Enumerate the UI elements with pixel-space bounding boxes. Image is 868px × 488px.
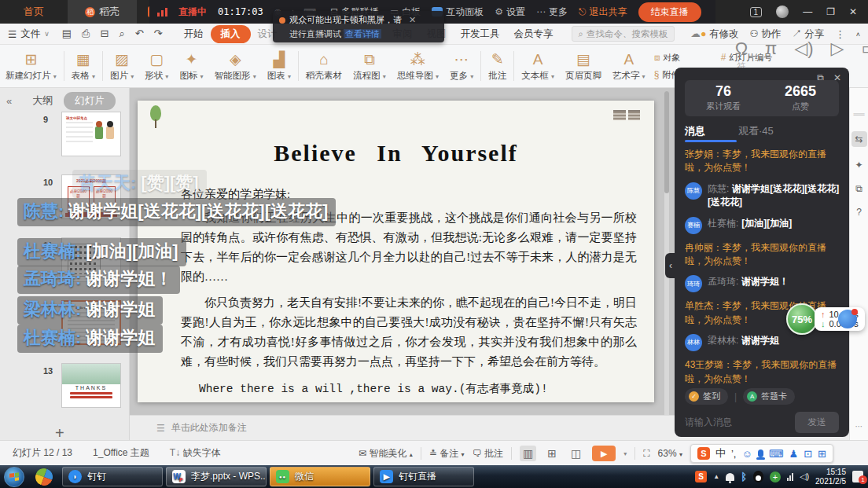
tab-watching[interactable]: 观看·45 bbox=[738, 124, 774, 138]
tab-开发工具[interactable]: 开发工具 bbox=[454, 25, 507, 43]
chat-panel-collapse-tab[interactable]: ‹ bbox=[665, 253, 676, 278]
bell-icon[interactable] bbox=[726, 473, 734, 481]
more-tools-icon[interactable]: ⋯ bbox=[855, 422, 863, 431]
screen-record-item[interactable]: ▭ bbox=[861, 39, 868, 59]
qq-icon[interactable] bbox=[753, 471, 763, 482]
drag-handle-icon[interactable]: ══ bbox=[853, 110, 864, 119]
live-more-button[interactable]: ⋯更多 bbox=[536, 6, 568, 19]
ribbon-item-图表[interactable]: ▟图表 ▾ bbox=[262, 46, 296, 86]
reading-view-icon[interactable]: ◫ bbox=[568, 446, 584, 461]
redo-icon[interactable]: ↷ bbox=[154, 28, 163, 40]
home-tab[interactable]: 首页 bbox=[24, 5, 44, 19]
tab-slides[interactable]: 幻灯片 bbox=[64, 92, 116, 110]
taskbar-app-dinglive[interactable]: ▶钉钉直播 bbox=[373, 467, 474, 486]
slide-sorter-icon[interactable]: ⊞ bbox=[544, 446, 560, 461]
notes-toggle[interactable]: ≛ 备注 ▾ bbox=[429, 447, 465, 460]
ribbon-item-文本框[interactable]: A文本框 ▾ bbox=[516, 46, 560, 86]
browser-360-icon[interactable] bbox=[33, 465, 55, 487]
checkin-button[interactable]: ✓签到 bbox=[685, 388, 728, 405]
input-method-bar[interactable]: S 中 ’, ☺ ⌨ ♟ ⊡ ⊞ bbox=[690, 444, 833, 463]
slides-copy-icon[interactable]: ⧉ bbox=[855, 183, 862, 194]
ime-lang[interactable]: 中 bbox=[715, 446, 726, 460]
ime-person-icon[interactable]: ♟ bbox=[789, 448, 799, 460]
sync-status[interactable]: ☁● 有修改 bbox=[691, 28, 739, 41]
undo-icon[interactable]: ↶ bbox=[135, 28, 144, 40]
taskbar-app-wechat[interactable]: 微信 bbox=[270, 467, 370, 486]
ribbon-item-表格[interactable]: ▦表格 ▾ bbox=[66, 46, 101, 86]
ribbon-item-对象[interactable]: ⧈对象 bbox=[654, 49, 721, 66]
toast-close-icon[interactable]: ✕ bbox=[409, 15, 416, 25]
print-icon[interactable]: ⊟ bbox=[101, 28, 109, 40]
fit-slide-icon[interactable]: ⛶ bbox=[643, 448, 649, 459]
memory-percent-ball[interactable]: 75% bbox=[786, 303, 818, 335]
beautify-button[interactable]: ✉ 智能美化 ▴ bbox=[359, 447, 413, 460]
notification-ball-icon[interactable] bbox=[838, 310, 857, 328]
beautify-wand-icon[interactable]: ✦ bbox=[855, 160, 862, 171]
audio-item[interactable]: ◁) bbox=[794, 39, 813, 59]
slideshow-play-button[interactable]: ▶ bbox=[592, 446, 616, 461]
ime-punct[interactable]: ’, bbox=[731, 448, 737, 460]
theme-name[interactable]: 1_Office 主题 bbox=[93, 446, 149, 460]
print-preview-icon[interactable]: ⌕ bbox=[119, 28, 124, 40]
tray-clock[interactable]: 15:15 2021/2/5 bbox=[815, 468, 846, 486]
antivirus-icon[interactable]: + bbox=[770, 471, 781, 482]
ribbon-item-稻壳素材[interactable]: ⌂稻壳素材 bbox=[300, 46, 348, 86]
minimize-button[interactable]: — bbox=[803, 6, 812, 17]
ribbon-item-新建幻灯片[interactable]: ⊞新建幻灯片 ▾ bbox=[0, 46, 62, 86]
ribbon-item-形状[interactable]: ▢形状 ▾ bbox=[139, 46, 174, 86]
ime-grid-icon[interactable]: ⊞ bbox=[818, 448, 826, 460]
missing-font-warning[interactable]: T↓ 缺失字体 bbox=[170, 446, 221, 460]
doc-count-badge[interactable]: 1 bbox=[750, 7, 763, 17]
panel-collapse-icon[interactable]: « bbox=[6, 95, 12, 107]
ime-keyboard-icon[interactable]: ⌨ bbox=[769, 448, 784, 460]
network-signal-icon[interactable] bbox=[787, 472, 793, 481]
end-live-button[interactable]: 结束直播 bbox=[638, 2, 701, 22]
collapse-ribbon-icon[interactable]: ˄ bbox=[856, 31, 860, 39]
ribbon-item-艺术字[interactable]: A艺术字 ▾ bbox=[607, 46, 651, 86]
tab-messages[interactable]: 消息 bbox=[685, 124, 705, 138]
command-search[interactable]: ⌕查找命令、搜索模板 bbox=[572, 26, 675, 42]
bluetooth-icon[interactable]: ᛒ bbox=[741, 471, 747, 482]
tab-开始[interactable]: 开始 bbox=[177, 25, 211, 43]
help-icon[interactable]: ? bbox=[856, 207, 862, 218]
toast-detail-link[interactable]: 查看详情 bbox=[344, 29, 381, 39]
taskbar-app-wps[interactable]: WP李梦.pptx - WPS... bbox=[166, 467, 267, 486]
slide-canvas[interactable]: Believe In Yourself 各位亲爱的学弟学妹: 我知道你们正在经历… bbox=[138, 101, 654, 402]
sogou-tray-icon[interactable]: S bbox=[695, 471, 707, 482]
tab-插入[interactable]: 插入 bbox=[211, 25, 251, 43]
file-menu[interactable]: ☰文件∨ bbox=[8, 28, 50, 41]
tab-outline[interactable]: 大纲 bbox=[32, 94, 53, 108]
quiz-card-button[interactable]: A答题卡 bbox=[743, 388, 795, 405]
ime-mic-icon[interactable] bbox=[758, 449, 763, 457]
ribbon-item-更多[interactable]: ⋯更多 ▾ bbox=[444, 46, 479, 86]
ribbon-item-流程图[interactable]: ⧉流程图 ▾ bbox=[348, 46, 392, 86]
chat-message-list[interactable]: 张梦娟：李梦，我来围观你的直播啦，为你点赞！陈慧陈慧:谢谢学姐[送花花][送花花… bbox=[685, 148, 840, 383]
account-avatar[interactable] bbox=[776, 6, 789, 18]
send-button[interactable]: 发送 bbox=[795, 412, 839, 433]
hidden-icons-arrow[interactable]: ▲ bbox=[713, 473, 719, 480]
restore-button[interactable]: ❐ bbox=[826, 6, 835, 17]
exit-share-button[interactable]: ⎋退出共享 bbox=[579, 6, 627, 19]
action-center-icon[interactable]: 1 bbox=[852, 471, 863, 482]
start-button[interactable] bbox=[4, 467, 24, 487]
taskbar-app-ding[interactable]: ◗钉钉 bbox=[62, 467, 163, 486]
export-icon[interactable]: ⎙ bbox=[82, 28, 90, 40]
chat-input[interactable]: 请输入消息 bbox=[685, 416, 732, 429]
live-settings-button[interactable]: ⚙设置 bbox=[495, 6, 525, 19]
ime-emoji-icon[interactable]: ☺ bbox=[741, 448, 752, 460]
close-button[interactable]: ✕ bbox=[849, 6, 857, 17]
zoom-level[interactable]: 63% ▾ bbox=[658, 448, 682, 459]
properties-icon[interactable]: ⇆ bbox=[851, 131, 867, 147]
volume-icon[interactable]: ◁) bbox=[800, 471, 809, 482]
ribbon-item-图标[interactable]: ✦图标 ▾ bbox=[174, 46, 208, 86]
comments-toggle[interactable]: 🗨 批注 bbox=[473, 447, 503, 460]
ribbon-item-智能图形[interactable]: ◈智能图形 ▾ bbox=[209, 46, 262, 86]
video-item[interactable]: ▷ bbox=[831, 39, 844, 59]
slide-thumbnail-13[interactable]: THANKS bbox=[61, 363, 121, 408]
normal-view-icon[interactable]: ▥ bbox=[520, 446, 536, 461]
formula-item[interactable]: π bbox=[765, 39, 777, 59]
ribbon-item-页眉页脚[interactable]: ▤页眉页脚 bbox=[560, 46, 607, 86]
docer-tab[interactable]: 稻 稻壳 bbox=[68, 0, 137, 24]
save-icon[interactable]: ▤ bbox=[62, 28, 72, 40]
ribbon-item-思维导图[interactable]: ⁂思维导图 ▾ bbox=[392, 46, 444, 86]
